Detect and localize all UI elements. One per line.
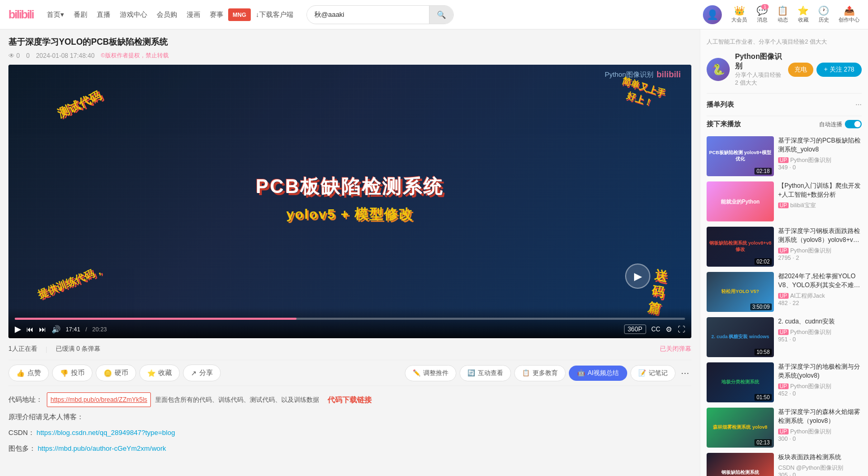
star-icon: ⭐: [147, 369, 156, 377]
video-thumb: 钢板缺陷检测系统 yolov8+v8修改 02:02: [707, 227, 774, 267]
nav-dynamic[interactable]: 📋 动态: [777, 5, 788, 24]
volume-btn[interactable]: 🔊: [52, 325, 60, 333]
next-btn[interactable]: ⏭: [39, 325, 46, 333]
nav-esports[interactable]: 赛事: [205, 7, 228, 23]
charge-button[interactable]: 充电: [788, 63, 813, 77]
nav-member[interactable]: 👑 大会员: [731, 5, 747, 24]
search-button[interactable]: 🔍: [429, 6, 453, 24]
list-item[interactable]: 地极分类检测系统 01:50 基于深度学习的地极检测与分类系统(yolov8) …: [707, 362, 862, 402]
video-thumb: PCB板缺陷检测 yolov8+模型优化 02:18: [707, 136, 774, 176]
desc-intro-line: 原理介绍请见本人博客：: [8, 410, 691, 424]
duration-badge: 02:02: [754, 258, 772, 265]
code-url-link[interactable]: https://mbd.pub/o/bread/ZZmYk5ls: [47, 392, 151, 407]
ai-summary-button[interactable]: 🤖 AI视频总结: [569, 366, 627, 381]
search-bar: 🔍: [307, 5, 454, 24]
nav-message[interactable]: 💬 消息 1: [757, 5, 768, 24]
star-button[interactable]: ⭐ 收藏: [139, 364, 180, 381]
edit-button[interactable]: ✏️ 调整推件: [405, 365, 456, 381]
dislike-button[interactable]: 👎 投币: [52, 364, 93, 381]
nav-creator[interactable]: 📤 创作中心: [839, 5, 860, 24]
coin-button[interactable]: 🪙 硬币: [96, 364, 136, 381]
time-sep: /: [86, 326, 87, 332]
close-danmu[interactable]: 已关闭弹幕: [660, 345, 691, 353]
nav-right: 👤 👑 大会员 💬 消息 1 📋 动态 ⭐ 收藏 🕐 历史 📤 创作中心: [703, 5, 860, 24]
playlist-more[interactable]: ⋯: [855, 101, 862, 108]
duration-badge: 01:50: [754, 394, 772, 401]
nav-vip[interactable]: 会员购: [152, 7, 182, 23]
like-button[interactable]: 👍 点赞: [8, 364, 49, 381]
list-item[interactable]: 钢板缺陷检测系统 02:41 板块表面跌路检测系统 CSDN @Python图像…: [707, 453, 862, 476]
quality-btn[interactable]: 360P: [624, 325, 646, 334]
video-channel: UPPython图像识别: [778, 328, 862, 336]
copyright-tag[interactable]: ©版权作者提权，禁止转载: [101, 52, 169, 59]
uploader-info: Python图像识别 分享个人项目经验 2 倡大大: [735, 52, 783, 87]
share-icon: ↗: [191, 369, 197, 377]
thumbs-up-icon: 👍: [16, 369, 25, 377]
nav-home[interactable]: 首页▾: [42, 7, 69, 23]
video-channel: UPPython图像识别: [778, 382, 862, 390]
video-thumb-title: 基于深度学习钢板表面跌路检测系统（yolov8）yolov8+v8修改: [778, 227, 862, 245]
list-item[interactable]: 钢板缺陷检测系统 yolov8+v8修改 02:02 基于深度学习钢板表面跌路检…: [707, 227, 862, 267]
video-thumb-title: 基于深度学习的PCB板缺陷检测系统_yolov8: [778, 136, 862, 154]
video-content: Python图像识别 bilibili 测试代码 简单又上手 好上！ PCB板缺…: [8, 65, 691, 338]
video-channel: CSDN @Python图像识别: [778, 464, 862, 472]
list-item[interactable]: PCB板缺陷检测 yolov8+模型优化 02:18 基于深度学习的PCB板缺陷…: [707, 136, 862, 176]
toggle-switch[interactable]: [845, 120, 862, 128]
video-thumb-title: 基于深度学习的森林火焰烟雾检测系统（yolov8）: [778, 408, 862, 426]
duration-badge: 3:50:09: [750, 303, 772, 310]
share-button[interactable]: ↗ 分享: [183, 364, 221, 381]
nav-manga[interactable]: 漫画: [182, 7, 205, 23]
notes-button[interactable]: 📝 记笔记: [630, 365, 676, 381]
video-thumb: 能就业的Python: [707, 181, 774, 221]
upload-date: 2024-01-08 17:48:40: [36, 52, 94, 59]
duration-badge: 02:13: [754, 439, 772, 446]
site-logo[interactable]: bilibili: [8, 8, 34, 22]
duration-badge: 10:58: [754, 349, 772, 356]
video-controls: ▶ ⏮ ⏭ 🔊 17:41 / 20:23 360P CC ⚙ ⛶: [8, 307, 691, 338]
nav-mga[interactable]: MNG: [228, 8, 251, 21]
progress-bar-container[interactable]: [15, 318, 685, 320]
list-item[interactable]: 森林烟雾检测系统 yolov8 02:13 基于深度学习的森林火焰烟雾检测系统（…: [707, 408, 862, 448]
video-thumb-title: 【Python入门训练】爬虫开发+人工智能+数据分析: [778, 181, 862, 199]
nav-favorite[interactable]: ⭐ 收藏: [798, 5, 809, 24]
code-note: 里面包含所有的代码、训练代码、测试代码、以及训练数据: [155, 393, 319, 406]
interact-icon: 🔄: [467, 369, 475, 377]
search-input[interactable]: [307, 11, 429, 18]
playlist-title: 播单列表: [707, 100, 734, 109]
uploader-sub-count: 分享个人项目经验 2 倡大大: [735, 71, 783, 87]
fullscreen-btn[interactable]: ⛶: [678, 325, 685, 333]
nav-bangumi[interactable]: 番剧: [69, 7, 92, 23]
video-thumb: 钢板缺陷检测系统 02:41: [707, 453, 774, 476]
nav-game[interactable]: 游戏中心: [115, 7, 152, 23]
csdn-url-link[interactable]: https://blog.csdn.net/qq_28949847?type=b…: [36, 429, 175, 437]
video-player[interactable]: Python图像识别 bilibili 测试代码 简单又上手 好上！ PCB板缺…: [8, 65, 691, 338]
video-title: 基于深度学习YOLO的PCB板缺陷检测系统: [8, 36, 691, 48]
nav-live[interactable]: 直播: [92, 7, 115, 23]
follow-button[interactable]: + 关注 278: [816, 63, 862, 77]
nav-history[interactable]: 🕐 历史: [818, 5, 829, 24]
list-item[interactable]: 能就业的Python 【Python入门训练】爬虫开发+人工智能+数据分析 UP…: [707, 181, 862, 221]
nav-download[interactable]: ↓下载客户端: [251, 7, 298, 23]
play-pause-btn[interactable]: ▶: [15, 324, 21, 334]
video-main-title: PCB板缺陷检测系统 yolov5 + 模型修改: [77, 174, 623, 224]
playlist-header: 播单列表 ⋯: [707, 98, 862, 114]
action-bar: 👍 点赞 👎 投币 🪙 硬币 ⭐ 收藏 ↗ 分享 ✏️ 调整推件: [8, 360, 691, 386]
prev-btn[interactable]: ⏮: [26, 325, 34, 333]
list-item[interactable]: 轻松用YOLO V5? 3:50:09 都2024年了,轻松掌握YOLO V8、…: [707, 272, 862, 312]
more-button[interactable]: 📋 更多教育: [514, 365, 566, 381]
uploader-avatar[interactable]: 🐍: [707, 58, 730, 81]
interact-button[interactable]: 🔄 互动查看: [459, 365, 511, 381]
video-thumb-title: 板块表面跌路检测系统: [778, 453, 862, 462]
settings-btn[interactable]: ⚙: [666, 325, 672, 333]
subtitle-btn[interactable]: CC: [651, 326, 660, 333]
coin-count: 0: [26, 52, 30, 59]
video-thumb-title: 都2024年了,轻松掌握YOLO V8、YOLO系列其实全不难、零难度、零...: [778, 272, 862, 290]
img-url-link[interactable]: https://mbd.pub/o/author-cGeYm2xm/work: [38, 444, 166, 452]
notes-icon: 📝: [638, 369, 646, 377]
list-item[interactable]: 2. cuda 枫糖安装 windows 10:58 2. cuda、cudnn…: [707, 317, 862, 357]
nav-avatar[interactable]: 👤: [703, 5, 722, 24]
video-info: 2. cuda、cudnn安装 UPPython图像识别 951 · 0: [778, 317, 862, 357]
video-stats-row: 1人正在看 | 已缓满 0 条弹幕 已关闭弹幕: [8, 342, 691, 356]
video-thumb: 轻松用YOLO V5? 3:50:09: [707, 272, 774, 312]
more-options-btn[interactable]: ⋯: [679, 366, 691, 380]
